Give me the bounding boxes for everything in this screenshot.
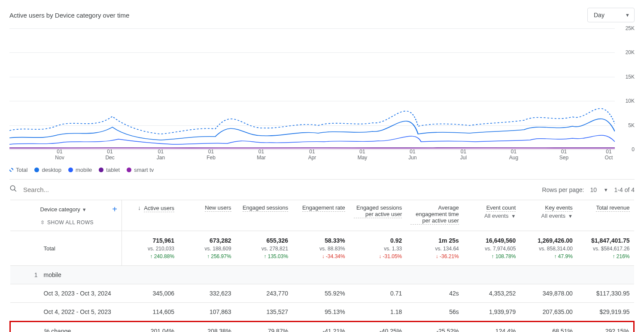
table-cell: 107,863 xyxy=(179,303,236,322)
table-row-label: % change xyxy=(10,322,122,332)
y-tick: 0 xyxy=(632,146,635,152)
table-cell: 114,605 xyxy=(122,303,179,322)
table-cell: 349,878.00 xyxy=(520,284,577,303)
total-cell: 715,961 vs. 210,033 240.88% xyxy=(122,231,179,266)
total-cell: 1m 25s vs. 134.64 -36.21% xyxy=(406,231,463,266)
chevron-down-icon: ▼ xyxy=(625,12,630,18)
key-events-filter[interactable]: All events ▼ xyxy=(541,213,573,219)
table-cell: $117,330.95 xyxy=(577,284,634,303)
table-row-label[interactable]: 1mobile xyxy=(10,266,122,284)
y-tick: 20K xyxy=(626,49,635,55)
sort-desc-icon: ↓ xyxy=(138,204,141,211)
legend-tablet[interactable]: tablet xyxy=(99,167,120,173)
table-cell: -25.52% xyxy=(406,322,463,332)
total-cell: 58.33% vs. 88.83% -34.34% xyxy=(292,231,349,266)
rows-per-page-label: Rows per page: xyxy=(542,186,584,193)
y-tick: 5K xyxy=(628,122,635,128)
total-cell: 673,282 vs. 188,609 256.97% xyxy=(179,231,236,266)
col-total-revenue[interactable]: Total revenue xyxy=(577,200,634,231)
add-dimension-button[interactable]: + xyxy=(112,204,117,214)
show-all-rows-button[interactable]: ⇳ SHOW ALL ROWS xyxy=(15,214,118,226)
chevron-down-icon: ▼ xyxy=(82,207,87,212)
legend-total[interactable]: Total xyxy=(9,167,27,173)
col-new-users[interactable]: New users xyxy=(179,200,236,231)
table-cell: 292.15% xyxy=(577,322,634,332)
search-icon xyxy=(9,185,17,195)
col-avg-engagement-time[interactable]: Average engagement time per active user xyxy=(406,200,463,231)
y-tick: 10K xyxy=(626,98,635,104)
table-cell: $29,919.95 xyxy=(577,303,634,322)
x-tick: 01 xyxy=(55,149,64,155)
table-cell: 124.4% xyxy=(463,322,520,332)
expand-icon: ⇳ xyxy=(40,219,45,225)
table-cell: 79.87% xyxy=(236,322,293,332)
rows-per-page-select[interactable]: 10 ▼ xyxy=(590,186,608,193)
circle-icon xyxy=(68,168,73,172)
chart-legend: Total desktop mobile tablet smart tv xyxy=(0,161,644,173)
total-cell: $1,847,401.75 vs. $584,617.26 216% xyxy=(577,231,634,266)
col-active-users[interactable]: ↓ Active users xyxy=(122,200,179,231)
event-count-filter[interactable]: All events ▼ xyxy=(484,213,516,219)
pagination-range: 1-4 of 4 xyxy=(614,186,635,193)
circle-dashed-icon xyxy=(9,168,13,172)
total-label: Total xyxy=(10,231,122,266)
granularity-value: Day xyxy=(594,12,605,18)
col-key-events[interactable]: Key eventsAll events ▼ xyxy=(520,200,577,231)
y-tick: 25K xyxy=(626,25,635,31)
legend-smart-tv[interactable]: smart tv xyxy=(127,167,154,173)
search-input[interactable] xyxy=(22,186,537,194)
table-cell: 68.51% xyxy=(520,322,577,332)
granularity-select[interactable]: Day ▼ xyxy=(587,8,635,22)
dimension-select[interactable]: Device category ▼ xyxy=(40,206,87,213)
chevron-down-icon: ▼ xyxy=(604,187,608,192)
table-cell: 243,770 xyxy=(236,284,293,303)
chevron-down-icon: ▼ xyxy=(568,213,573,219)
col-engagement-rate[interactable]: Engagement rate xyxy=(292,200,349,231)
table-row-label: Oct 4, 2022 - Oct 5, 2023 xyxy=(10,303,122,322)
circle-icon xyxy=(127,168,131,172)
y-tick: 15K xyxy=(626,74,635,80)
table-cell: 56s xyxy=(406,303,463,322)
table-cell: 1,939,979 xyxy=(463,303,520,322)
table-cell: 201.04% xyxy=(122,322,179,332)
table-cell: 135,527 xyxy=(236,303,293,322)
col-engaged-per-user[interactable]: Engaged sessions per active user xyxy=(349,200,407,231)
table-cell: 42s xyxy=(406,284,463,303)
table-cell: -41.21% xyxy=(292,322,349,332)
svg-line-1 xyxy=(14,189,16,192)
table-cell: 55.92% xyxy=(292,284,349,303)
chart-plot xyxy=(9,28,615,149)
svg-point-0 xyxy=(10,186,15,190)
table-cell: 345,006 xyxy=(122,284,179,303)
table-cell: 0.71 xyxy=(349,284,407,303)
circle-icon xyxy=(99,168,103,172)
chevron-down-icon: ▼ xyxy=(511,213,516,219)
table-cell: 207,635.00 xyxy=(520,303,577,322)
table-cell: 332,623 xyxy=(179,284,236,303)
table-cell: 208.38% xyxy=(179,322,236,332)
total-cell: 1,269,426.00 vs. 858,314.00 47.9% xyxy=(520,231,577,266)
table-cell: 1.18 xyxy=(349,303,407,322)
table-row-label: Oct 3, 2023 - Oct 3, 2024 xyxy=(10,284,122,303)
total-cell: 16,649,560 vs. 7,974,605 108.78% xyxy=(463,231,520,266)
col-event-count[interactable]: Event countAll events ▼ xyxy=(463,200,520,231)
col-engaged-sessions[interactable]: Engaged sessions xyxy=(236,200,293,231)
legend-desktop[interactable]: desktop xyxy=(34,167,61,173)
chart-area: 25K 20K 15K 10K 5K 0 01Nov 01Dec 01Jan 0… xyxy=(9,28,635,161)
legend-mobile[interactable]: mobile xyxy=(68,167,92,173)
table-cell: 4,353,252 xyxy=(463,284,520,303)
total-cell: 0.92 vs. 1.33 -31.05% xyxy=(349,231,407,266)
table-cell: 95.13% xyxy=(292,303,349,322)
page-title: Active users by Device category over tim… xyxy=(9,12,587,19)
table-cell: -40.25% xyxy=(349,322,407,332)
circle-icon xyxy=(34,168,39,172)
total-cell: 655,326 vs. 278,821 135.03% xyxy=(236,231,293,266)
